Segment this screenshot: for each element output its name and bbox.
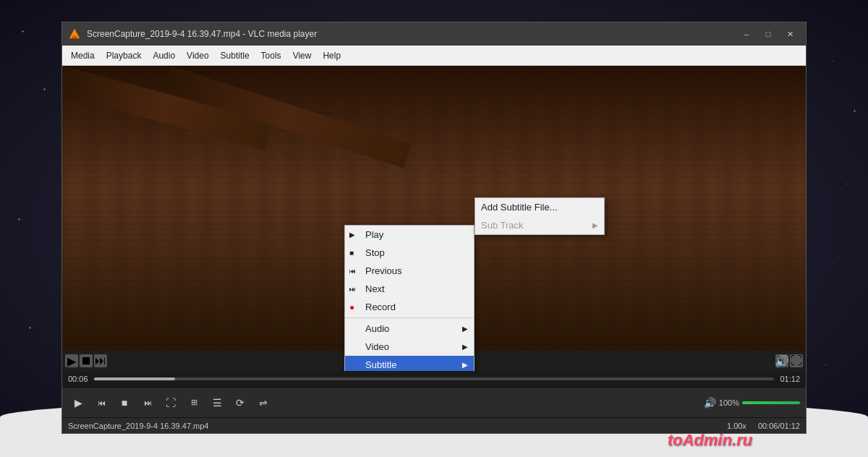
menu-playback[interactable]: Playback	[101, 48, 148, 64]
shuffle-button[interactable]: ⇌	[253, 393, 273, 413]
svg-rect-1	[72, 35, 77, 38]
taskbar-icon-3: ⏭	[94, 354, 107, 367]
title-bar: ScreenCapture_2019-9-4 16.39.47.mp4 - VL…	[62, 22, 806, 46]
extended-button[interactable]: ⊞	[184, 393, 204, 413]
volume-fill	[742, 401, 800, 404]
play-button[interactable]: ▶	[68, 393, 88, 413]
current-time: 00:06	[68, 375, 88, 383]
vlc-logo	[68, 27, 81, 40]
end-time: 01:12	[780, 375, 800, 383]
taskbar-icon-full: ⛶	[790, 354, 803, 367]
ctx-record[interactable]: ● Record	[345, 298, 474, 316]
minimize-button[interactable]: –	[736, 27, 757, 41]
playback-speed: 1.00x	[727, 422, 746, 430]
stop-icon: ■	[349, 249, 354, 257]
volume-area: 🔊 100%	[704, 397, 800, 409]
snow-flake: ·	[839, 253, 841, 260]
status-filename: ScreenCapture_2019-9-4 16.39.47.mp4	[68, 422, 727, 430]
snow-flake: ·	[825, 362, 826, 368]
watermark: toAdmin.ru	[668, 431, 752, 450]
volume-icon: 🔊	[704, 397, 716, 409]
ctx-video[interactable]: Video ▶	[345, 338, 474, 356]
video-arrow: ▶	[462, 343, 468, 351]
next-button[interactable]: ⏭	[137, 393, 158, 413]
playback-time: 00:06/01:12	[758, 422, 800, 430]
menu-tools[interactable]: Tools	[255, 48, 287, 64]
ctx-play[interactable]: ▶ Play	[345, 226, 474, 244]
ctx-stop[interactable]: ■ Stop	[345, 244, 474, 262]
menu-view[interactable]: View	[287, 48, 318, 64]
ctx-previous[interactable]: ⏮ Previous	[345, 262, 474, 280]
audio-arrow: ▶	[462, 325, 468, 333]
snow-flake: *	[43, 87, 46, 93]
stop-button[interactable]: ■	[114, 393, 135, 413]
fullscreen-button[interactable]: ⛶	[161, 393, 181, 413]
volume-track[interactable]	[742, 401, 800, 404]
snow-flake: ·	[832, 58, 833, 64]
ctx-separator-1	[345, 317, 474, 318]
controls-bar: ▶ ⏮ ■ ⏭ ⛶ ⊞ ☰ ⟳ ⇌ 🔊 100%	[62, 387, 806, 417]
record-icon: ●	[349, 302, 354, 312]
close-button[interactable]: ✕	[780, 27, 800, 41]
volume-label: 100%	[719, 398, 739, 407]
subtitle-submenu: Add Subtitle File... Sub Track ▶	[475, 197, 605, 235]
taskbar-icon-1: ▶	[65, 354, 78, 367]
ctx-next[interactable]: ⏭ Next	[345, 280, 474, 298]
menu-audio[interactable]: Audio	[147, 48, 181, 64]
prev-button[interactable]: ⏮	[91, 393, 111, 413]
menu-media[interactable]: Media	[65, 48, 101, 64]
taskbar-icon-vol: 🔊	[775, 354, 788, 367]
window-controls: – □ ✕	[736, 27, 800, 41]
playlist-button[interactable]: ☰	[207, 393, 227, 413]
progress-track[interactable]	[94, 377, 775, 380]
snow-flake: ·	[846, 181, 848, 187]
menu-video[interactable]: Video	[181, 48, 214, 64]
snow-flake: *	[29, 325, 31, 332]
ctx-subtitle[interactable]: Subtitle ▶	[345, 356, 474, 371]
sub-add-file[interactable]: Add Subtitle File...	[475, 198, 604, 216]
context-menu: ▶ Play ■ Stop ⏮ Previous ⏭ Next ● Record	[344, 225, 475, 371]
ctx-audio[interactable]: Audio ▶	[345, 320, 474, 338]
menu-subtitle[interactable]: Subtitle	[215, 48, 255, 64]
svg-rect-2	[72, 38, 77, 39]
menu-bar: Media Playback Audio Video Subtitle Tool…	[62, 46, 806, 66]
snow-flake: *	[22, 29, 24, 35]
progress-fill	[94, 377, 176, 380]
next-icon: ⏭	[349, 286, 356, 293]
sub-track-arrow: ▶	[592, 221, 598, 229]
status-right: 1.00x 00:06/01:12	[727, 422, 800, 430]
sub-track[interactable]: Sub Track ▶	[475, 216, 604, 234]
video-area[interactable]: ▶ ⏹ ⏭ 🔊 ⛶ ▶ Play ■ Stop ⏮ Previous ⏭	[62, 66, 806, 371]
taskbar-icon-2: ⏹	[80, 354, 93, 367]
window-title: ScreenCapture_2019-9-4 16.39.47.mp4 - VL…	[87, 29, 736, 39]
previous-icon: ⏮	[349, 268, 356, 275]
snow-flake: *	[18, 217, 20, 223]
subtitle-arrow: ▶	[462, 361, 468, 369]
progress-area: 00:06 01:12	[62, 371, 806, 387]
vlc-window: ScreenCapture_2019-9-4 16.39.47.mp4 - VL…	[61, 22, 807, 434]
maximize-button[interactable]: □	[758, 27, 778, 41]
play-icon: ▶	[349, 231, 355, 239]
loop-button[interactable]: ⟳	[230, 393, 250, 413]
menu-help[interactable]: Help	[317, 48, 346, 64]
snow-flake: *	[854, 108, 856, 115]
